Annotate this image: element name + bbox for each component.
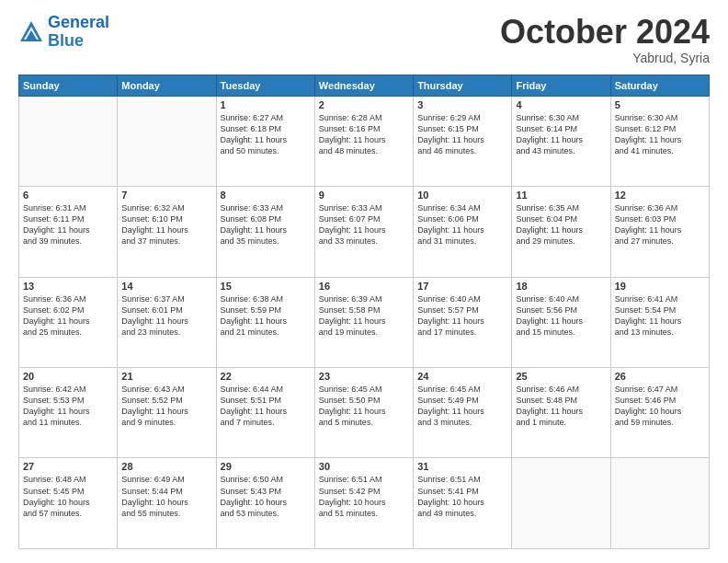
calendar-week-row: 13Sunrise: 6:36 AMSunset: 6:02 PMDayligh… bbox=[19, 277, 710, 367]
cell-info-line: Daylight: 11 hours bbox=[615, 134, 705, 145]
cell-info-line: Sunset: 6:03 PM bbox=[615, 213, 705, 224]
day-number: 7 bbox=[121, 190, 211, 201]
cell-info-line: Sunset: 6:01 PM bbox=[121, 304, 211, 316]
calendar-cell: 26Sunrise: 6:47 AMSunset: 5:46 PMDayligh… bbox=[610, 368, 709, 458]
cell-info-line: and 50 minutes. bbox=[221, 145, 311, 156]
cell-info-line: Sunset: 5:54 PM bbox=[615, 304, 705, 316]
cell-info-line: and 53 minutes. bbox=[221, 508, 311, 519]
cell-info-line: Sunrise: 6:30 AM bbox=[516, 112, 606, 123]
calendar-cell: 12Sunrise: 6:36 AMSunset: 6:03 PMDayligh… bbox=[610, 187, 709, 277]
cell-info-line: Sunrise: 6:40 AM bbox=[417, 293, 507, 304]
calendar-week-row: 27Sunrise: 6:48 AMSunset: 5:45 PMDayligh… bbox=[19, 458, 710, 549]
cell-info-line: Sunrise: 6:49 AM bbox=[121, 474, 211, 485]
cell-info-line: Sunset: 5:49 PM bbox=[417, 395, 507, 406]
cell-info-line: Sunset: 6:14 PM bbox=[516, 123, 606, 134]
cell-info-line: Sunrise: 6:33 AM bbox=[319, 202, 409, 213]
calendar-day-header: Monday bbox=[118, 75, 216, 96]
cell-info-line: and 55 minutes. bbox=[121, 508, 211, 519]
cell-info-line: Daylight: 11 hours bbox=[23, 406, 113, 417]
calendar-cell: 7Sunrise: 6:32 AMSunset: 6:10 PMDaylight… bbox=[118, 187, 216, 277]
calendar-cell: 6Sunrise: 6:31 AMSunset: 6:11 PMDaylight… bbox=[19, 187, 118, 277]
cell-info-line: Sunset: 6:11 PM bbox=[23, 213, 113, 224]
cell-info-line: Sunset: 5:57 PM bbox=[417, 304, 507, 316]
cell-info-line: Sunrise: 6:36 AM bbox=[23, 293, 113, 304]
cell-info-line: Sunset: 5:50 PM bbox=[319, 395, 409, 406]
calendar-cell: 1Sunrise: 6:27 AMSunset: 6:18 PMDaylight… bbox=[216, 96, 314, 186]
cell-info-line: and 27 minutes. bbox=[615, 236, 705, 247]
calendar-cell: 13Sunrise: 6:36 AMSunset: 6:02 PMDayligh… bbox=[19, 277, 118, 367]
cell-info-line: Sunset: 6:02 PM bbox=[23, 304, 113, 316]
calendar-cell: 5Sunrise: 6:30 AMSunset: 6:12 PMDaylight… bbox=[610, 96, 709, 186]
cell-info-line: and 39 minutes. bbox=[23, 236, 113, 247]
cell-info-line: Daylight: 10 hours bbox=[319, 497, 409, 508]
cell-info-line: Daylight: 11 hours bbox=[319, 134, 409, 145]
calendar-cell: 23Sunrise: 6:45 AMSunset: 5:50 PMDayligh… bbox=[314, 368, 413, 458]
cell-info-line: and 9 minutes. bbox=[121, 417, 211, 428]
day-number: 27 bbox=[23, 461, 113, 472]
cell-info-line: Sunset: 5:42 PM bbox=[319, 486, 409, 497]
day-number: 31 bbox=[417, 461, 507, 472]
day-number: 1 bbox=[221, 99, 311, 110]
cell-info-line: Sunrise: 6:43 AM bbox=[121, 384, 211, 395]
cell-info-line: and 21 minutes. bbox=[221, 327, 311, 338]
cell-info-line: Sunset: 5:58 PM bbox=[319, 304, 409, 316]
calendar-cell: 9Sunrise: 6:33 AMSunset: 6:07 PMDaylight… bbox=[314, 187, 413, 277]
calendar-cell: 10Sunrise: 6:34 AMSunset: 6:06 PMDayligh… bbox=[414, 187, 512, 277]
cell-info-line: and 35 minutes. bbox=[221, 236, 311, 247]
cell-info-line: Sunset: 6:06 PM bbox=[417, 213, 507, 224]
cell-info-line: and 1 minute. bbox=[516, 417, 606, 428]
cell-info-line: Sunset: 5:51 PM bbox=[221, 395, 311, 406]
calendar-cell: 27Sunrise: 6:48 AMSunset: 5:45 PMDayligh… bbox=[19, 458, 118, 549]
calendar-day-header: Friday bbox=[512, 75, 610, 96]
cell-info-line: Daylight: 11 hours bbox=[121, 316, 211, 327]
cell-info-line: Sunset: 6:04 PM bbox=[516, 213, 606, 224]
day-number: 26 bbox=[615, 371, 705, 382]
calendar-day-header: Tuesday bbox=[216, 75, 314, 96]
cell-info-line: Daylight: 11 hours bbox=[417, 406, 507, 417]
cell-info-line: Daylight: 11 hours bbox=[221, 224, 311, 236]
cell-info-line: Daylight: 11 hours bbox=[417, 134, 507, 145]
day-number: 23 bbox=[319, 371, 409, 382]
calendar-cell: 20Sunrise: 6:42 AMSunset: 5:53 PMDayligh… bbox=[19, 368, 118, 458]
cell-info-line: Sunrise: 6:36 AM bbox=[615, 202, 705, 213]
cell-info-line: Daylight: 11 hours bbox=[121, 406, 211, 417]
cell-info-line: and 57 minutes. bbox=[23, 508, 113, 519]
day-number: 18 bbox=[516, 281, 606, 292]
cell-info-line: Sunrise: 6:41 AM bbox=[615, 293, 705, 304]
calendar-week-row: 20Sunrise: 6:42 AMSunset: 5:53 PMDayligh… bbox=[19, 368, 710, 458]
cell-info-line: Sunrise: 6:28 AM bbox=[319, 112, 409, 123]
logo: General Blue bbox=[18, 14, 109, 51]
cell-info-line: Daylight: 11 hours bbox=[221, 406, 311, 417]
cell-info-line: and 3 minutes. bbox=[417, 417, 507, 428]
calendar-cell bbox=[118, 96, 216, 186]
cell-info-line: Sunrise: 6:44 AM bbox=[221, 384, 311, 395]
cell-info-line: and 5 minutes. bbox=[319, 417, 409, 428]
calendar-cell: 16Sunrise: 6:39 AMSunset: 5:58 PMDayligh… bbox=[314, 277, 413, 367]
cell-info-line: and 51 minutes. bbox=[319, 508, 409, 519]
cell-info-line: Sunset: 6:08 PM bbox=[221, 213, 311, 224]
cell-info-line: Sunrise: 6:33 AM bbox=[221, 202, 311, 213]
day-number: 29 bbox=[221, 461, 311, 472]
cell-info-line: Sunset: 6:12 PM bbox=[615, 123, 705, 134]
cell-info-line: Daylight: 11 hours bbox=[516, 134, 606, 145]
day-number: 6 bbox=[23, 190, 113, 201]
cell-info-line: Sunrise: 6:31 AM bbox=[23, 202, 113, 213]
calendar-cell: 28Sunrise: 6:49 AMSunset: 5:44 PMDayligh… bbox=[118, 458, 216, 549]
cell-info-line: Daylight: 11 hours bbox=[615, 224, 705, 236]
cell-info-line: Sunset: 5:41 PM bbox=[417, 486, 507, 497]
cell-info-line: Sunset: 6:18 PM bbox=[221, 123, 311, 134]
logo-blue: Blue bbox=[48, 32, 109, 51]
header: General Blue October 2024 Yabrud, Syria bbox=[18, 14, 710, 65]
cell-info-line: and 31 minutes. bbox=[417, 236, 507, 247]
cell-info-line: and 15 minutes. bbox=[516, 327, 606, 338]
calendar-cell: 25Sunrise: 6:46 AMSunset: 5:48 PMDayligh… bbox=[512, 368, 610, 458]
cell-info-line: and 17 minutes. bbox=[417, 327, 507, 338]
cell-info-line: Sunset: 5:44 PM bbox=[121, 486, 211, 497]
cell-info-line: Daylight: 10 hours bbox=[23, 497, 113, 508]
cell-info-line: and 37 minutes. bbox=[121, 236, 211, 247]
calendar-cell: 30Sunrise: 6:51 AMSunset: 5:42 PMDayligh… bbox=[314, 458, 413, 549]
cell-info-line: and 59 minutes. bbox=[615, 417, 705, 428]
calendar-cell: 24Sunrise: 6:45 AMSunset: 5:49 PMDayligh… bbox=[414, 368, 512, 458]
cell-info-line: Sunset: 6:15 PM bbox=[417, 123, 507, 134]
cell-info-line: and 41 minutes. bbox=[615, 145, 705, 156]
